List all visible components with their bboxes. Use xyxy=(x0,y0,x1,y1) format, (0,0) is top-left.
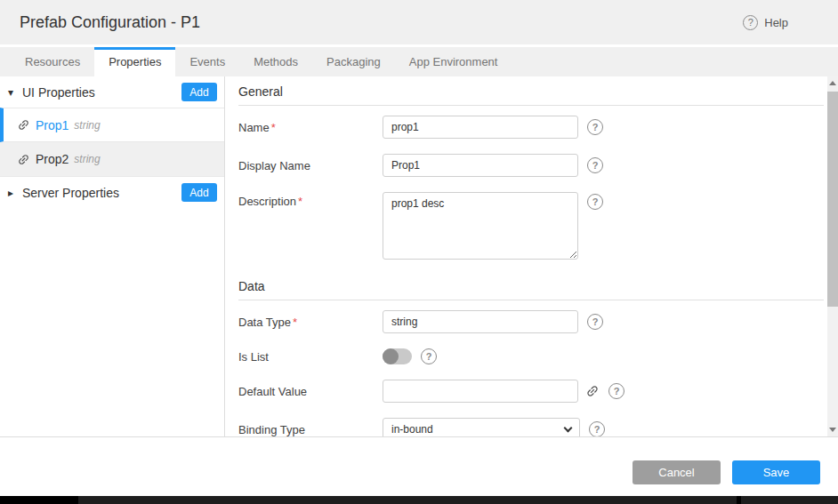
dialog-header: Prefab Configuration - P1 ? Help xyxy=(0,0,838,44)
link-icon xyxy=(583,381,603,402)
property-type: string xyxy=(74,153,100,165)
help-icon[interactable]: ? xyxy=(587,314,603,330)
scroll-up-icon xyxy=(829,81,836,85)
required-marker: * xyxy=(298,195,302,208)
description-label-text: Description xyxy=(238,195,296,208)
property-name: Prop2 xyxy=(36,152,68,166)
data-type-label: Data Type* xyxy=(238,316,383,329)
property-form: General Name* ? Display Name ? Descripti… xyxy=(226,76,827,436)
field-row-default-value: Default Value ? xyxy=(238,380,824,403)
help-icon-glyph: ? xyxy=(592,160,599,171)
help-icon-glyph: ? xyxy=(614,386,620,396)
add-server-property-button[interactable]: Add xyxy=(181,183,217,202)
link-icon xyxy=(14,116,33,134)
dialog-footer: Cancel Save xyxy=(0,436,838,496)
property-name: Prop1 xyxy=(36,118,68,132)
field-row-name: Name* ? xyxy=(238,116,824,139)
toggle-thumb-icon xyxy=(383,348,399,364)
field-row-data-type: Data Type* ? xyxy=(238,310,824,333)
binding-type-select[interactable]: in-bound xyxy=(383,418,580,436)
section-title-data: Data xyxy=(238,279,824,300)
required-marker: * xyxy=(293,316,297,329)
help-icon[interactable]: ? xyxy=(587,119,603,135)
field-row-description: Description* prop1 desc ? xyxy=(238,192,824,260)
bind-value-button[interactable] xyxy=(585,384,600,398)
is-list-label-text: Is List xyxy=(238,350,269,364)
binding-type-label-text: Binding Type xyxy=(238,423,305,436)
tab-bar: Resources Properties Events Methods Pack… xyxy=(0,47,838,76)
vertical-scrollbar[interactable] xyxy=(827,76,838,436)
name-label: Name* xyxy=(238,121,383,134)
dialog-title: Prefab Configuration - P1 xyxy=(20,13,200,32)
display-name-label-text: Display Name xyxy=(238,159,310,172)
properties-sidebar: ▾ UI Properties Add Prop1 string Prop2 s… xyxy=(0,76,225,436)
tab-resources[interactable]: Resources xyxy=(11,47,94,76)
is-list-label: Is List xyxy=(238,350,383,364)
required-marker: * xyxy=(271,121,276,134)
scroll-down-button[interactable] xyxy=(827,423,838,436)
default-value-label: Default Value xyxy=(238,385,383,398)
data-type-field[interactable] xyxy=(383,310,578,333)
help-icon[interactable]: ? xyxy=(589,421,605,436)
add-ui-property-button[interactable]: Add xyxy=(181,83,217,101)
help-icon-glyph: ? xyxy=(594,424,600,435)
field-row-binding-type: Binding Type in-bound ? xyxy=(238,418,824,436)
property-type: string xyxy=(74,119,100,132)
help-icon: ? xyxy=(743,15,758,30)
sidebar-item-prop2[interactable]: Prop2 string xyxy=(0,142,224,177)
help-icon[interactable]: ? xyxy=(587,194,603,210)
background-app-strip xyxy=(0,496,838,504)
sidebar-group-ui-properties[interactable]: ▾ UI Properties Add xyxy=(0,76,224,108)
scrollbar-thumb[interactable] xyxy=(827,92,838,307)
name-field[interactable] xyxy=(383,116,578,139)
help-button[interactable]: ? Help xyxy=(743,0,788,44)
sidebar-group-server-properties[interactable]: ▸ Server Properties Add xyxy=(0,177,224,208)
name-label-text: Name xyxy=(238,121,270,134)
help-icon-glyph: ? xyxy=(748,17,753,28)
data-type-label-text: Data Type xyxy=(238,316,291,329)
tab-methods[interactable]: Methods xyxy=(239,47,312,76)
caret-down-icon: ▾ xyxy=(8,86,22,99)
help-icon[interactable]: ? xyxy=(587,157,603,173)
tab-packaging[interactable]: Packaging xyxy=(312,47,395,76)
main-area: ▾ UI Properties Add Prop1 string Prop2 s… xyxy=(0,76,838,436)
background-strip-segment xyxy=(737,496,741,504)
server-properties-label: Server Properties xyxy=(22,186,119,200)
scroll-up-button[interactable] xyxy=(827,76,838,90)
binding-type-label: Binding Type xyxy=(238,423,383,436)
tab-properties[interactable]: Properties xyxy=(94,47,175,76)
help-icon-glyph: ? xyxy=(426,351,432,362)
help-icon[interactable]: ? xyxy=(421,348,437,364)
caret-right-icon: ▸ xyxy=(8,187,22,199)
scroll-down-icon xyxy=(829,428,836,432)
cancel-button[interactable]: Cancel xyxy=(633,460,721,484)
sidebar-item-prop1[interactable]: Prop1 string xyxy=(0,108,224,142)
binding-type-select-wrap: in-bound xyxy=(383,418,580,436)
default-value-label-text: Default Value xyxy=(238,385,307,398)
tab-app-environment[interactable]: App Environment xyxy=(395,47,512,76)
help-icon[interactable]: ? xyxy=(608,383,624,399)
ui-properties-label: UI Properties xyxy=(22,85,95,100)
tab-events[interactable]: Events xyxy=(175,47,239,76)
default-value-field[interactable] xyxy=(383,380,578,403)
prefab-configuration-dialog: Prefab Configuration - P1 ? Help Resourc… xyxy=(0,0,838,504)
description-field[interactable]: prop1 desc xyxy=(383,192,578,260)
field-row-display-name: Display Name ? xyxy=(238,154,824,177)
is-list-toggle[interactable] xyxy=(383,348,412,364)
help-icon-glyph: ? xyxy=(592,122,599,132)
help-label: Help xyxy=(764,16,788,29)
description-label: Description* xyxy=(238,192,383,208)
section-title-general: General xyxy=(238,84,824,106)
help-icon-glyph: ? xyxy=(592,316,599,327)
help-icon-glyph: ? xyxy=(592,196,599,207)
link-icon xyxy=(14,149,33,168)
save-button[interactable]: Save xyxy=(732,460,820,484)
display-name-label: Display Name xyxy=(238,159,383,172)
field-row-is-list: Is List ? xyxy=(238,348,824,364)
background-strip-segment xyxy=(0,496,78,504)
display-name-field[interactable] xyxy=(383,154,578,177)
